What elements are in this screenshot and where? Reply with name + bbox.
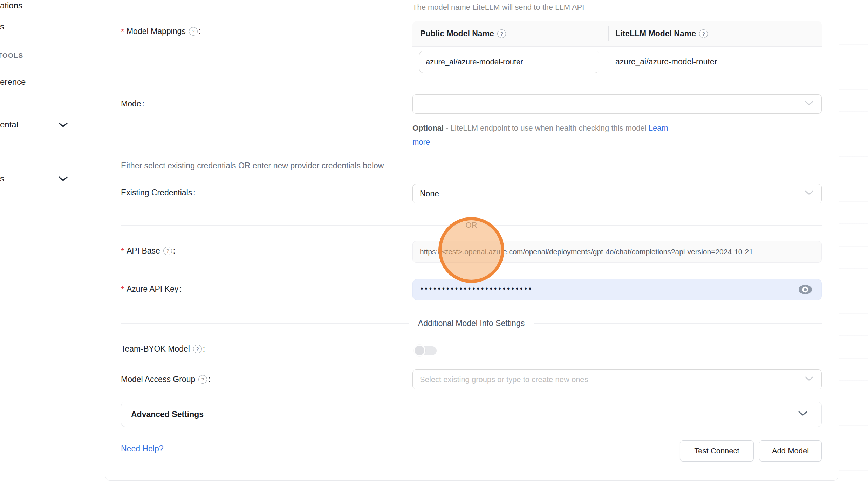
colon: : [208, 375, 210, 384]
chevron-down-icon [805, 101, 814, 108]
chevron-down-icon[interactable] [58, 176, 68, 182]
learn-more-link[interactable]: Learn [649, 124, 668, 132]
api-base-label-row: * API Base ? : [121, 246, 175, 256]
model-mappings-header: Public Model Name ? LiteLLM Model Name ? [412, 21, 822, 47]
test-connect-button[interactable]: Test Connect [680, 440, 754, 462]
sidebar-item-erence[interactable]: erence [0, 77, 26, 87]
model-access-group-label: Model Access Group [121, 375, 195, 384]
need-help-link[interactable]: Need Help? [121, 444, 163, 453]
public-model-name-input[interactable] [419, 51, 599, 73]
colon: : [203, 344, 205, 354]
existing-credentials-select[interactable]: None [412, 184, 822, 203]
mode-label: Mode [121, 99, 141, 109]
sidebar: ations s TOOLS erence ental s [0, 0, 105, 485]
advanced-settings-title: Advanced Settings [131, 410, 798, 419]
help-question-icon[interactable]: ? [497, 29, 506, 38]
mode-helper-bold: Optional [412, 124, 444, 132]
help-question-icon[interactable]: ? [189, 27, 198, 36]
litellm-model-name-helper: The model name LiteLLM will send to the … [412, 3, 584, 12]
toggle-knob [414, 345, 425, 356]
public-model-name-header-label: Public Model Name [420, 29, 494, 39]
toggle-password-visibility-eye-icon[interactable] [798, 284, 813, 295]
divider-line [121, 323, 409, 324]
help-question-icon[interactable]: ? [198, 375, 207, 384]
litellm-model-name-header: LiteLLM Model Name ? [609, 29, 708, 39]
colon: : [179, 284, 182, 294]
public-model-name-header: Public Model Name ? [412, 29, 608, 39]
advanced-settings-panel[interactable]: Advanced Settings [121, 402, 822, 427]
mode-helper-text: - LiteLLM endpoint to use when health ch… [444, 124, 649, 132]
team-byok-label-row: Team-BYOK Model ? : [121, 344, 205, 354]
sidebar-section-tools: TOOLS [0, 52, 23, 60]
divider-line [534, 323, 822, 324]
sidebar-item-ental[interactable]: ental [0, 120, 18, 130]
azure-api-key-masked-value: •••••••••••••••••••••••••• [421, 284, 533, 293]
or-divider-text: OR [457, 221, 486, 230]
required-asterisk: * [121, 247, 124, 256]
background-rows [839, 0, 868, 485]
model-access-group-label-row: Model Access Group ? : [121, 375, 211, 384]
divider-line [121, 225, 457, 226]
existing-credentials-value: None [420, 189, 439, 199]
sidebar-item-s2[interactable]: s [0, 174, 4, 183]
sidebar-item-s1[interactable]: s [0, 22, 4, 32]
colon: : [173, 246, 175, 256]
model-mappings-label: Model Mappings [127, 27, 186, 36]
required-asterisk: * [121, 27, 124, 37]
additional-settings-divider: Additional Model Info Settings [121, 319, 822, 328]
api-base-label: API Base [127, 246, 160, 256]
mode-helper: Optional - LiteLLM endpoint to use when … [412, 121, 826, 149]
existing-credentials-label-row: Existing Credentials : [121, 188, 196, 198]
api-base-input[interactable]: https://<test>.openai.azure.com/openai/d… [412, 241, 822, 263]
colon: : [142, 99, 144, 109]
help-question-icon[interactable]: ? [699, 29, 708, 38]
azure-api-key-input[interactable]: •••••••••••••••••••••••••• [412, 279, 822, 300]
colon: : [193, 188, 195, 198]
mode-label-row: Mode : [121, 99, 144, 109]
chevron-down-icon [805, 376, 814, 383]
help-question-icon[interactable]: ? [163, 247, 172, 255]
azure-api-key-label: Azure API Key [127, 284, 178, 294]
additional-settings-divider-text: Additional Model Info Settings [409, 319, 534, 328]
mode-select[interactable] [412, 94, 822, 114]
litellm-model-name-value: azure_ai/azure-model-router [615, 57, 717, 67]
litellm-model-name-header-label: LiteLLM Model Name [615, 29, 696, 39]
colon: : [199, 27, 201, 36]
learn-more-link[interactable]: more [412, 138, 430, 146]
chevron-down-icon [805, 190, 814, 197]
model-access-group-select[interactable]: Select existing groups or type to create… [412, 369, 822, 389]
team-byok-toggle[interactable] [414, 345, 437, 356]
azure-api-key-label-row: * Azure API Key : [121, 284, 182, 294]
existing-credentials-label: Existing Credentials [121, 188, 192, 198]
model-mappings-table: Public Model Name ? LiteLLM Model Name ?… [412, 21, 822, 77]
credentials-note: Either select existing credentials OR en… [121, 161, 384, 171]
api-base-value: https://<test>.openai.azure.com/openai/d… [420, 248, 753, 256]
model-mappings-label-row: * Model Mappings ? : [121, 27, 201, 36]
chevron-down-icon[interactable] [58, 122, 68, 128]
team-byok-label: Team-BYOK Model [121, 344, 190, 354]
add-model-button[interactable]: Add Model [759, 440, 822, 462]
required-asterisk: * [121, 285, 124, 295]
help-question-icon[interactable]: ? [193, 345, 202, 353]
add-model-page: ations s TOOLS erence ental s The model … [0, 0, 868, 485]
sidebar-item-ations[interactable]: ations [0, 1, 22, 11]
chevron-down-icon [798, 410, 808, 418]
model-access-group-placeholder: Select existing groups or type to create… [420, 375, 588, 384]
table-row: azure_ai/azure-model-router [412, 47, 822, 77]
divider-line [486, 225, 822, 226]
or-divider: OR [121, 221, 822, 230]
